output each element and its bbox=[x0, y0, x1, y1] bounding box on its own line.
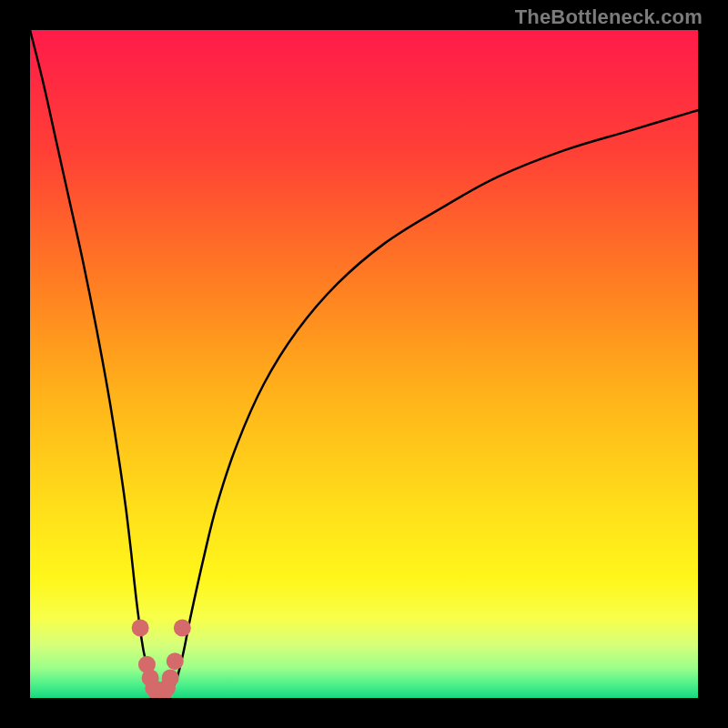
valley-marker bbox=[162, 669, 179, 686]
chart-plot-area bbox=[30, 30, 698, 698]
valley-marker bbox=[174, 619, 191, 636]
chart-curve bbox=[30, 30, 698, 698]
valley-marker bbox=[167, 652, 184, 670]
watermark-label: TheBottleneck.com bbox=[515, 5, 703, 29]
valley-marker bbox=[132, 619, 149, 636]
